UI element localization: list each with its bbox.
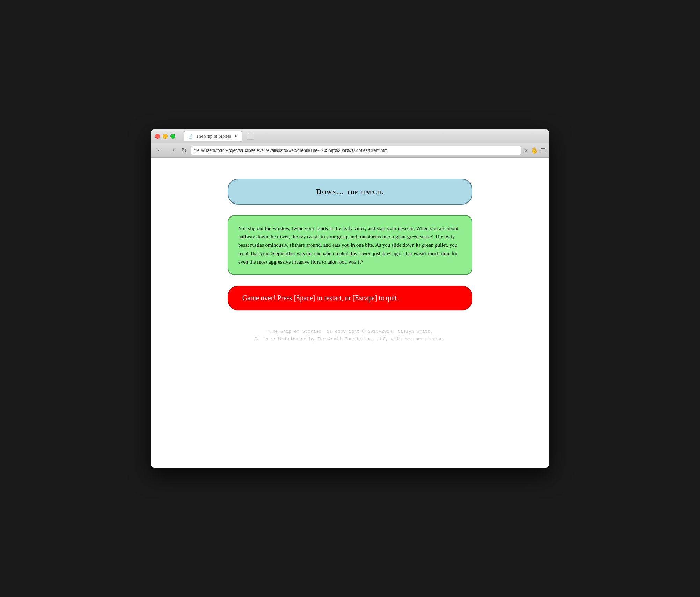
back-button[interactable]: ← <box>154 145 165 155</box>
game-over-text: Game over! Press [Space] to restart, or … <box>242 294 399 302</box>
window-controls <box>155 134 175 139</box>
footer: "The Ship of Stories" is copyright © 201… <box>255 328 445 343</box>
bookmark-icon[interactable]: ☆ <box>523 147 528 154</box>
address-bar[interactable] <box>191 146 521 155</box>
title-box: Down… the hatch. <box>228 179 472 205</box>
browser-tab[interactable]: 📄 The Ship of Stories ✕ <box>184 131 242 141</box>
minimize-button[interactable] <box>163 134 168 139</box>
story-box: You slip out the window, twine your hand… <box>228 215 472 275</box>
forward-button[interactable]: → <box>167 145 177 155</box>
footer-line2: It is redistributed by The Avail Foundat… <box>255 336 445 343</box>
tab-title: The Ship of Stories <box>196 133 231 139</box>
nav-right-icons: ☆ 🖐 ☰ <box>523 147 546 154</box>
page-content: Down… the hatch. You slip out the window… <box>151 158 549 468</box>
story-text: You slip out the window, twine your hand… <box>238 224 462 266</box>
game-over-box: Game over! Press [Space] to restart, or … <box>228 286 472 310</box>
footer-line1: "The Ship of Stories" is copyright © 201… <box>255 328 445 336</box>
title-box-text: Down… the hatch. <box>316 187 384 196</box>
menu-icon[interactable]: ☰ <box>541 147 546 154</box>
tab-close-icon[interactable]: ✕ <box>234 133 238 139</box>
tab-page-icon: 📄 <box>188 134 193 139</box>
reload-button[interactable]: ↻ <box>180 145 189 156</box>
maximize-button[interactable] <box>170 134 175 139</box>
navigation-bar: ← → ↻ ☆ 🖐 ☰ <box>151 143 549 158</box>
browser-window: 📄 The Ship of Stories ✕ ⬜ ← → ↻ ☆ 🖐 ☰ Do… <box>151 129 549 468</box>
user-icon[interactable]: 🖐 <box>531 147 538 154</box>
new-tab-button[interactable]: ⬜ <box>244 131 257 141</box>
close-button[interactable] <box>155 134 160 139</box>
tab-bar: 📄 The Ship of Stories ✕ ⬜ <box>184 131 257 141</box>
title-bar: 📄 The Ship of Stories ✕ ⬜ <box>151 129 549 143</box>
